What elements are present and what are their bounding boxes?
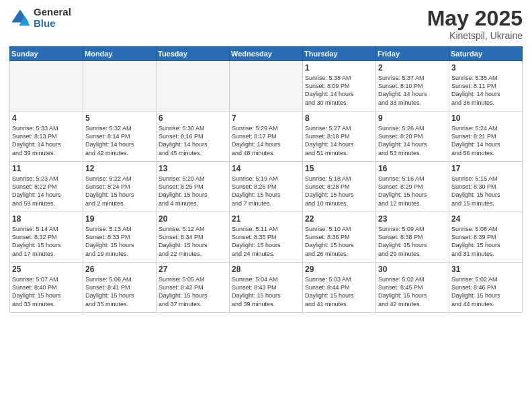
cell-0-2 [157, 61, 230, 111]
day-info-4-5: Sunrise: 5:02 AM Sunset: 8:45 PM Dayligh… [378, 275, 447, 308]
day-number-4-1: 26 [85, 265, 154, 274]
cell-3-0: 18Sunrise: 5:14 AM Sunset: 8:32 PM Dayli… [10, 212, 83, 263]
day-info-3-6: Sunrise: 5:08 AM Sunset: 8:39 PM Dayligh… [451, 225, 520, 258]
cell-4-1: 26Sunrise: 5:06 AM Sunset: 8:41 PM Dayli… [83, 263, 157, 313]
day-number-0-6: 3 [451, 63, 520, 73]
day-number-1-5: 9 [378, 113, 447, 123]
day-number-4-2: 27 [159, 265, 227, 274]
day-number-4-0: 25 [12, 265, 81, 274]
cell-2-0: 11Sunrise: 5:23 AM Sunset: 8:22 PM Dayli… [10, 162, 83, 212]
cell-2-4: 15Sunrise: 5:18 AM Sunset: 8:28 PM Dayli… [303, 162, 376, 212]
day-info-4-4: Sunrise: 5:03 AM Sunset: 8:44 PM Dayligh… [305, 275, 373, 308]
cell-0-1 [83, 61, 157, 111]
week-row-3: 18Sunrise: 5:14 AM Sunset: 8:32 PM Dayli… [10, 212, 523, 263]
cell-2-1: 12Sunrise: 5:22 AM Sunset: 8:24 PM Dayli… [83, 162, 157, 212]
day-number-1-3: 7 [232, 113, 300, 123]
cell-4-5: 30Sunrise: 5:02 AM Sunset: 8:45 PM Dayli… [376, 263, 449, 313]
day-number-2-3: 14 [232, 164, 300, 173]
day-info-2-2: Sunrise: 5:20 AM Sunset: 8:25 PM Dayligh… [159, 175, 227, 208]
day-info-2-6: Sunrise: 5:15 AM Sunset: 8:30 PM Dayligh… [451, 175, 520, 208]
day-info-4-6: Sunrise: 5:02 AM Sunset: 8:46 PM Dayligh… [451, 275, 520, 308]
day-number-3-5: 23 [378, 214, 447, 224]
day-number-1-4: 8 [305, 113, 373, 123]
cell-3-1: 19Sunrise: 5:13 AM Sunset: 8:33 PM Dayli… [83, 212, 157, 263]
day-number-1-1: 5 [85, 113, 154, 123]
day-info-1-4: Sunrise: 5:27 AM Sunset: 8:18 PM Dayligh… [305, 124, 373, 157]
day-number-2-5: 16 [378, 164, 447, 173]
day-number-0-5: 2 [378, 63, 447, 73]
day-info-1-6: Sunrise: 5:24 AM Sunset: 8:21 PM Dayligh… [451, 124, 520, 157]
day-number-3-0: 18 [12, 214, 81, 224]
day-info-4-0: Sunrise: 5:07 AM Sunset: 8:40 PM Dayligh… [12, 275, 81, 308]
week-row-4: 25Sunrise: 5:07 AM Sunset: 8:40 PM Dayli… [10, 263, 523, 313]
day-number-4-4: 29 [305, 265, 373, 274]
day-number-2-1: 12 [85, 164, 154, 173]
day-info-1-0: Sunrise: 5:33 AM Sunset: 8:13 PM Dayligh… [12, 124, 81, 157]
day-number-0-4: 1 [305, 63, 373, 73]
day-info-3-5: Sunrise: 5:09 AM Sunset: 8:38 PM Dayligh… [378, 225, 447, 258]
day-number-2-6: 17 [451, 164, 520, 173]
cell-1-3: 7Sunrise: 5:29 AM Sunset: 8:17 PM Daylig… [230, 111, 303, 162]
header-row: Sunday Monday Tuesday Wednesday Thursday… [10, 47, 523, 61]
day-info-1-1: Sunrise: 5:32 AM Sunset: 8:14 PM Dayligh… [85, 124, 154, 157]
logo: General Blue [9, 7, 71, 29]
cell-1-1: 5Sunrise: 5:32 AM Sunset: 8:14 PM Daylig… [83, 111, 157, 162]
week-row-1: 4Sunrise: 5:33 AM Sunset: 8:13 PM Daylig… [10, 111, 523, 162]
day-number-4-6: 31 [451, 265, 520, 274]
day-info-2-5: Sunrise: 5:16 AM Sunset: 8:29 PM Dayligh… [378, 175, 447, 208]
cell-4-0: 25Sunrise: 5:07 AM Sunset: 8:40 PM Dayli… [10, 263, 83, 313]
day-info-2-0: Sunrise: 5:23 AM Sunset: 8:22 PM Dayligh… [12, 175, 81, 208]
cell-3-4: 22Sunrise: 5:10 AM Sunset: 8:36 PM Dayli… [303, 212, 376, 263]
cell-2-5: 16Sunrise: 5:16 AM Sunset: 8:29 PM Dayli… [376, 162, 449, 212]
logo-general: General [34, 7, 71, 18]
day-number-4-3: 28 [232, 265, 300, 274]
cell-2-3: 14Sunrise: 5:19 AM Sunset: 8:26 PM Dayli… [230, 162, 303, 212]
day-info-3-0: Sunrise: 5:14 AM Sunset: 8:32 PM Dayligh… [12, 225, 81, 258]
day-number-1-2: 6 [159, 113, 227, 123]
day-info-2-3: Sunrise: 5:19 AM Sunset: 8:26 PM Dayligh… [232, 175, 300, 208]
header-sunday: Sunday [10, 47, 83, 61]
day-number-1-6: 10 [451, 113, 520, 123]
day-info-1-5: Sunrise: 5:26 AM Sunset: 8:20 PM Dayligh… [378, 124, 447, 157]
day-number-2-0: 11 [12, 164, 81, 173]
day-number-3-2: 20 [159, 214, 227, 224]
cell-1-5: 9Sunrise: 5:26 AM Sunset: 8:20 PM Daylig… [376, 111, 449, 162]
cell-1-6: 10Sunrise: 5:24 AM Sunset: 8:21 PM Dayli… [449, 111, 523, 162]
day-info-4-1: Sunrise: 5:06 AM Sunset: 8:41 PM Dayligh… [85, 275, 154, 308]
day-info-0-4: Sunrise: 5:38 AM Sunset: 8:09 PM Dayligh… [305, 74, 373, 107]
week-row-2: 11Sunrise: 5:23 AM Sunset: 8:22 PM Dayli… [10, 162, 523, 212]
day-info-1-2: Sunrise: 5:30 AM Sunset: 8:16 PM Dayligh… [159, 124, 227, 157]
header-monday: Monday [83, 47, 157, 61]
cell-3-6: 24Sunrise: 5:08 AM Sunset: 8:39 PM Dayli… [449, 212, 523, 263]
day-number-4-5: 30 [378, 265, 447, 274]
cell-3-2: 20Sunrise: 5:12 AM Sunset: 8:34 PM Dayli… [157, 212, 230, 263]
cell-1-0: 4Sunrise: 5:33 AM Sunset: 8:13 PM Daylig… [10, 111, 83, 162]
cell-2-6: 17Sunrise: 5:15 AM Sunset: 8:30 PM Dayli… [449, 162, 523, 212]
day-number-2-4: 15 [305, 164, 373, 173]
day-info-1-3: Sunrise: 5:29 AM Sunset: 8:17 PM Dayligh… [232, 124, 300, 157]
cell-0-4: 1Sunrise: 5:38 AM Sunset: 8:09 PM Daylig… [303, 61, 376, 111]
day-number-3-6: 24 [451, 214, 520, 224]
header-saturday: Saturday [449, 47, 523, 61]
day-info-4-2: Sunrise: 5:05 AM Sunset: 8:42 PM Dayligh… [159, 275, 227, 308]
cell-4-3: 28Sunrise: 5:04 AM Sunset: 8:43 PM Dayli… [230, 263, 303, 313]
day-info-4-3: Sunrise: 5:04 AM Sunset: 8:43 PM Dayligh… [232, 275, 300, 308]
month-title: May 2025 [427, 7, 523, 30]
header-friday: Friday [376, 47, 449, 61]
title-block: May 2025 Kinetspil, Ukraine [427, 7, 523, 41]
cell-0-0 [10, 61, 83, 111]
cell-2-2: 13Sunrise: 5:20 AM Sunset: 8:25 PM Dayli… [157, 162, 230, 212]
day-info-2-1: Sunrise: 5:22 AM Sunset: 8:24 PM Dayligh… [85, 175, 154, 208]
cell-0-5: 2Sunrise: 5:37 AM Sunset: 8:10 PM Daylig… [376, 61, 449, 111]
day-number-3-4: 22 [305, 214, 373, 224]
location: Kinetspil, Ukraine [427, 30, 523, 41]
week-row-0: 1Sunrise: 5:38 AM Sunset: 8:09 PM Daylig… [10, 61, 523, 111]
day-info-3-1: Sunrise: 5:13 AM Sunset: 8:33 PM Dayligh… [85, 225, 154, 258]
day-info-2-4: Sunrise: 5:18 AM Sunset: 8:28 PM Dayligh… [305, 175, 373, 208]
logo-icon [9, 7, 31, 29]
cell-1-2: 6Sunrise: 5:30 AM Sunset: 8:16 PM Daylig… [157, 111, 230, 162]
cell-4-6: 31Sunrise: 5:02 AM Sunset: 8:46 PM Dayli… [449, 263, 523, 313]
cell-0-6: 3Sunrise: 5:35 AM Sunset: 8:11 PM Daylig… [449, 61, 523, 111]
logo-blue: Blue [34, 18, 71, 30]
day-number-3-1: 19 [85, 214, 154, 224]
